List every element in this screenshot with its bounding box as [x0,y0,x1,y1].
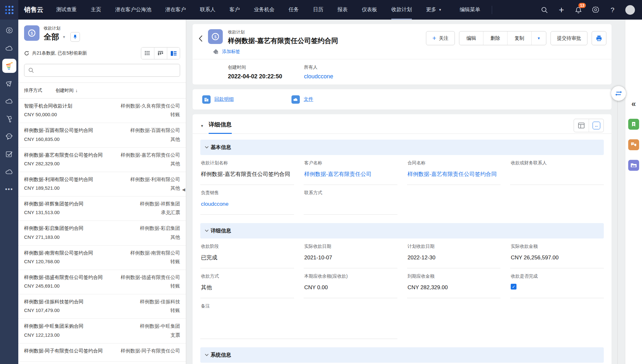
related-files-link[interactable]: 文件 [291,95,313,104]
field-value-link[interactable]: cloudccone [201,200,293,209]
bookmark-star-icon[interactable] [628,119,639,130]
field-value-link[interactable]: 样例数据-嘉艺有限责任公司 [304,170,397,179]
field: 收款阶段已完成 [200,238,294,268]
section-band[interactable]: 详细信息 [200,223,604,238]
field-value-link[interactable]: 样例数据-嘉艺有限责任公司签约合同 [408,170,500,179]
sort-field-button[interactable]: 创建时间 ↓ [56,88,78,93]
copy-button[interactable]: 复制 [507,31,531,45]
settings-gear-icon[interactable] [591,6,600,14]
field-label: 收款计划名称 [201,160,293,166]
list-item[interactable]: 样例数据-佳振科技签约合同CNY 107,479.00样例数据-佳振科技转账 [18,294,186,319]
list-item-amount: CNY 122,123.00 [24,332,105,338]
expand-width-button[interactable]: ↔ [589,119,603,132]
app-launcher-button[interactable] [0,0,18,20]
list-item[interactable]: 样例数据-中旺集团采购合同CNY 122,123.00样例数据-中旺集团支票 [18,319,186,343]
kanban-view-button[interactable] [154,48,167,59]
back-chevron-icon[interactable] [198,35,203,42]
nav-item[interactable]: 客户 [230,0,240,20]
list-search-box[interactable] [24,64,180,77]
field: 收款方式其他 [200,268,294,298]
delete-button[interactable]: 删除 [483,31,507,45]
list-item-account: 样例数据-中旺集团 [105,323,180,329]
rail-task-check-icon[interactable] [0,145,18,163]
rail-sales-app-active[interactable] [0,57,18,74]
add-tag-link[interactable]: 添加标签 [222,49,240,55]
checkbox-checked[interactable]: ✓ [511,284,516,290]
rail-headset-chat-icon[interactable] [0,127,18,145]
help-icon[interactable]: ? [608,6,617,14]
main-scrollbar-track[interactable] [617,96,618,364]
more-actions-caret[interactable]: ▼ [531,31,546,45]
layout-view-button[interactable] [574,119,589,132]
nav-divider [492,6,492,14]
search-icon[interactable] [540,6,549,14]
list-item-amount: CNY 271,183.00 [24,234,105,240]
created-time-label: 创建时间 [228,65,304,70]
section-band[interactable]: 系统信息 [200,347,604,363]
nav-item[interactable]: 仪表板 [362,0,377,20]
nav-item[interactable]: 主页 [91,0,101,20]
table-view-button[interactable] [141,48,154,59]
list-item-title: 样例数据-利湖有限公司签约合同 [24,176,105,183]
edit-menu-button[interactable]: 编辑菜单 [460,6,480,13]
create-new-icon[interactable]: + [557,6,566,14]
follow-button[interactable]: +关注 [426,31,455,45]
field-label: 客户名称 [304,160,397,166]
list-item-amount: CNY 131,513.00 [24,210,105,215]
list-item[interactable]: 样例数据-嘉艺有限责任公司签约合同CNY 282,329.00样例数据-嘉艺有限… [18,148,186,172]
detail-layout-toggle-group: ↔ [574,119,604,132]
list-item-method: 转账 [105,283,180,289]
rail-cloud-icon-2[interactable] [0,92,18,110]
pin-view-button[interactable] [70,32,80,42]
nav-item[interactable]: 测试查重 [56,0,77,20]
nav-item[interactable]: 联系人 [200,0,215,20]
rail-handtruck-icon[interactable] [0,110,18,127]
refresh-icon[interactable] [24,51,29,56]
print-button[interactable] [592,31,606,45]
list-item[interactable]: 智能手机合同收款计划CNY 50,000.00样例数据-久良有限责任公司转账 [18,99,186,123]
rail-megaphone-icon[interactable] [0,74,18,92]
list-item[interactable]: 样例数据-同子有限责任公司签约合同样例数据-同子有限责任公司 [18,343,186,362]
nav-item[interactable]: 日历 [313,0,323,20]
notifications-bell-icon[interactable]: 13 [574,6,583,14]
nav-item[interactable]: 潜在客户 [165,0,186,20]
panel-collapse-arrow-icon[interactable]: ◀ [182,187,185,192]
list-search-input[interactable] [37,68,176,73]
nav-item[interactable]: 业务机会 [254,0,274,20]
rail-cloud-icon-3[interactable] [0,163,18,180]
nav-item[interactable]: 更多▼ [426,0,442,20]
list-item[interactable]: 样例数据-德盛有限责任公司签约合同CNY 245,691.00样例数据-德盛有限… [18,270,186,294]
list-item[interactable]: 样例数据-祥辉集团签约合同CNY 131,513.00样例数据-祥辉集团承兑汇票 [18,196,186,221]
field-label: 收款方式 [201,273,293,279]
folder-drawer-icon[interactable] [628,160,639,171]
collapse-double-chevron-icon[interactable]: « [631,100,636,108]
view-selector[interactable]: 全部 [44,32,59,42]
nav-item[interactable]: 潜在客户公海池 [115,0,151,20]
detail-card: ▼ 详细信息 ↔ 基本信息收款计划名称样例数据-嘉艺有限责任公司签约合同客户名称… [193,114,612,364]
related-payment-detail-link[interactable]: 回款明细 [202,95,234,104]
section-band[interactable]: 基本信息 [200,140,604,155]
rail-more-ellipsis-icon[interactable]: ••• [0,180,18,198]
field-label: 本期应收余额(应收款) [304,273,397,279]
list-item[interactable]: 样例数据-南营有限公司签约合同CNY 120,768.00样例数据-南营有限公司… [18,246,186,270]
nav-item[interactable]: 报表 [337,0,348,20]
rail-settings-gear-icon[interactable] [0,22,18,39]
chat-bubbles-icon[interactable] [628,139,639,150]
list-item[interactable]: 样例数据-利湖有限公司签约合同CNY 189,521.00样例数据-利湖有限公司… [18,172,186,196]
nav-item[interactable]: 收款计划 [391,0,412,20]
section-collapse-caret-icon[interactable]: ▼ [200,124,204,128]
owner-link[interactable]: cloudccone [304,73,380,80]
list-item[interactable]: 样例数据-百圆有限公司签约合同CNY 160,835.00样例数据-百圆有限公司… [18,123,186,147]
swap-panel-button[interactable] [611,86,626,101]
edit-button[interactable]: 编辑 [459,31,483,45]
chevron-down-icon[interactable]: ▼ [62,35,66,39]
rail-cloud-icon[interactable] [0,39,18,57]
list-item[interactable]: 样例数据-彩启集团签约合同CNY 271,183.00样例数据-彩启集团其他 [18,221,186,245]
detail-tab[interactable]: 详细信息 [209,121,232,134]
record-list-panel: $ 收款计划 全部 ▼ 共21条数据, 已在5秒前刷新 [18,20,186,364]
submit-approval-button[interactable]: 提交待审批 [551,31,587,45]
split-view-button-active[interactable] [167,48,180,59]
list-item-method: 其他 [105,185,180,191]
nav-item[interactable]: 任务 [289,0,299,20]
user-avatar[interactable] [625,5,635,15]
